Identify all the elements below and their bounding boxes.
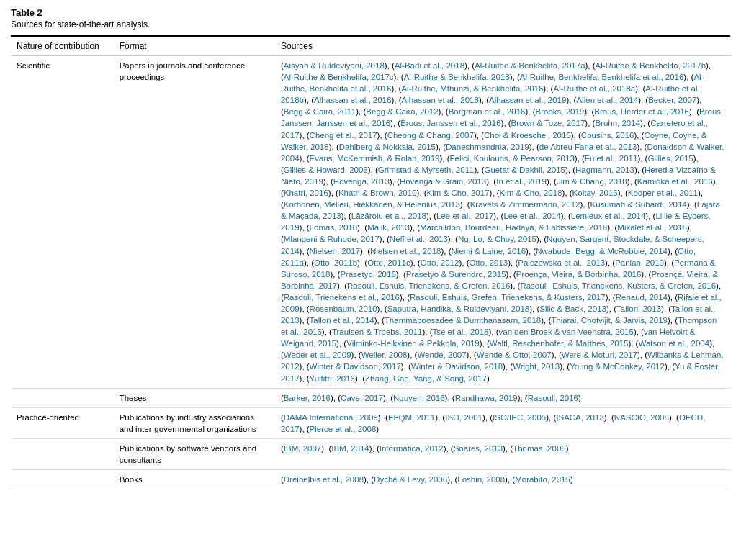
format-cell: Papers in journals and conference procee… bbox=[114, 56, 275, 389]
table-title: Table 2 bbox=[11, 7, 730, 18]
main-table: Nature of contribution Format Sources Sc… bbox=[11, 35, 730, 489]
nature-cell bbox=[11, 470, 114, 489]
sources-cell: (Dreibelbis et al., 2008), (Dyché & Levy… bbox=[275, 470, 730, 489]
format-cell: Theses bbox=[114, 388, 275, 407]
nature-cell bbox=[11, 438, 114, 469]
nature-cell: Scientific bbox=[11, 56, 114, 389]
nature-cell: Practice-oriented bbox=[11, 407, 114, 438]
col-header-nature: Nature of contribution bbox=[11, 36, 114, 56]
format-cell: Books bbox=[114, 470, 275, 489]
sources-cell: (Aisyah & Ruldeviyani, 2018), (Al-Badi e… bbox=[275, 56, 730, 389]
table-subtitle: Sources for state-of-the-art analysis. bbox=[11, 19, 730, 30]
format-cell: Publications by industry associations an… bbox=[114, 407, 275, 438]
sources-cell: (DAMA International, 2009), (EFQM, 2011)… bbox=[275, 407, 730, 438]
col-header-format: Format bbox=[114, 36, 275, 56]
sources-cell: (IBM, 2007), (IBM, 2014), (Informatica, … bbox=[275, 438, 730, 469]
nature-cell bbox=[11, 388, 114, 407]
format-cell: Publications by software vendors and con… bbox=[114, 438, 275, 469]
col-header-sources: Sources bbox=[275, 36, 730, 56]
sources-cell: (Barker, 2016), (Cave, 2017), (Nguyen, 2… bbox=[275, 388, 730, 407]
